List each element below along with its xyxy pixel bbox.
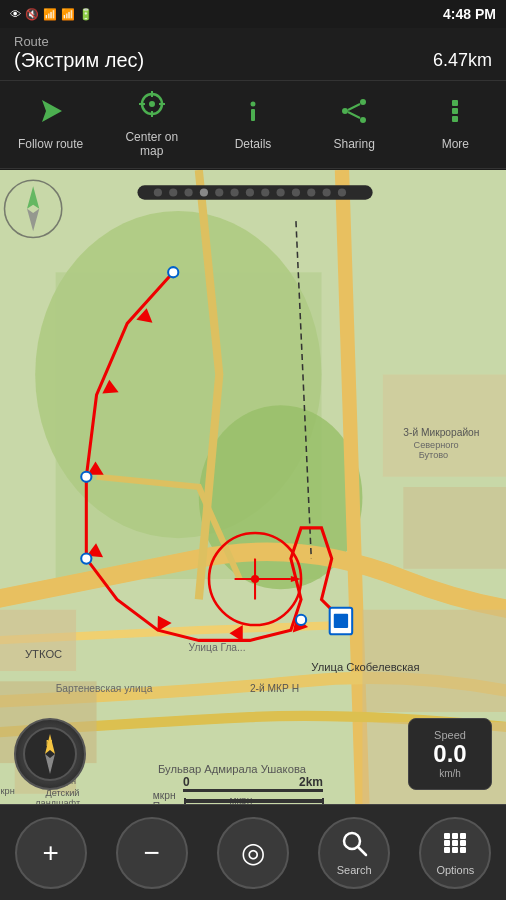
route-distance: 6.47km	[433, 50, 492, 71]
svg-point-10	[360, 99, 366, 105]
svg-line-13	[348, 112, 360, 118]
svg-point-42	[81, 553, 91, 563]
options-icon	[441, 829, 469, 862]
svg-text:Улица Скобелевская: Улица Скобелевская	[311, 661, 419, 673]
svg-point-76	[261, 188, 269, 196]
follow-route-label: Follow route	[18, 137, 83, 151]
svg-text:Бульвар Адмирала Ушакова: Бульвар Адмирала Ушакова	[158, 763, 307, 775]
route-name: (Экстрим лес)	[14, 49, 144, 72]
signal-icon: 📶	[61, 8, 75, 21]
svg-point-74	[231, 188, 239, 196]
scale-bar: 0 2km	[183, 775, 323, 792]
svg-rect-8	[251, 109, 255, 121]
svg-point-9	[342, 108, 348, 114]
speed-box: Speed 0.0 km/h	[408, 718, 492, 790]
toolbar-sharing[interactable]: Sharing	[314, 96, 394, 151]
details-label: Details	[235, 137, 272, 151]
compass[interactable]: N	[14, 718, 86, 790]
details-icon	[238, 96, 268, 133]
svg-text:N: N	[46, 738, 53, 748]
svg-point-71	[184, 188, 192, 196]
svg-text:2-й МКР Н: 2-й МКР Н	[250, 683, 299, 694]
svg-point-80	[323, 188, 331, 196]
scale-end: 2km	[299, 775, 323, 789]
svg-rect-102	[460, 847, 466, 853]
svg-point-40	[168, 267, 178, 277]
map-area[interactable]: УТКОС Бартеневская улица Улица Гла... 2-…	[0, 170, 506, 804]
svg-line-93	[358, 847, 366, 855]
toolbar: Follow route Center onmap Details	[0, 81, 506, 169]
center-on-map-label: Center onmap	[125, 130, 178, 158]
svg-text:Улица Гла...: Улица Гла...	[189, 642, 246, 653]
svg-rect-94	[444, 833, 450, 839]
svg-text:Бутово: Бутово	[419, 450, 449, 460]
svg-point-43	[296, 615, 306, 625]
toolbar-more[interactable]: More	[415, 96, 495, 151]
svg-point-11	[360, 117, 366, 123]
center-on-map-icon	[137, 89, 167, 126]
svg-text:3-й Микрорайон: 3-й Микрорайон	[403, 427, 479, 438]
svg-rect-21	[0, 610, 76, 671]
more-icon	[440, 96, 470, 133]
eye-icon: 👁	[10, 8, 21, 20]
follow-route-icon	[36, 96, 66, 133]
more-label: More	[442, 137, 469, 151]
svg-rect-99	[460, 840, 466, 846]
svg-point-7	[250, 102, 255, 107]
svg-text:Бартеневская улица: Бартеневская улица	[56, 683, 153, 694]
speed-value: 0.0	[433, 741, 466, 767]
svg-rect-101	[452, 847, 458, 853]
toolbar-follow-route[interactable]: Follow route	[11, 96, 91, 151]
svg-rect-25	[403, 487, 506, 569]
svg-marker-0	[42, 100, 62, 122]
wifi-icon: 📶	[43, 8, 57, 21]
scale-start: 0	[183, 775, 190, 789]
bottom-nav: + − ◎ Search	[0, 804, 506, 900]
toolbar-details[interactable]: Details	[213, 96, 293, 151]
zoom-in-button[interactable]: +	[15, 817, 87, 889]
zoom-out-button[interactable]: −	[116, 817, 188, 889]
minus-icon: −	[144, 839, 160, 867]
svg-point-81	[338, 188, 346, 196]
search-icon	[340, 829, 368, 862]
map-svg: УТКОС Бартеневская улица Улица Гла... 2-…	[0, 170, 506, 804]
svg-point-72	[200, 188, 208, 196]
svg-rect-14	[452, 100, 458, 106]
recenter-icon: ◎	[241, 839, 265, 867]
svg-rect-15	[452, 108, 458, 114]
svg-text:УТКОС: УТКОС	[25, 648, 62, 660]
svg-point-79	[307, 188, 315, 196]
svg-text:Северного: Северного	[414, 440, 459, 450]
svg-rect-98	[452, 840, 458, 846]
svg-point-70	[169, 188, 177, 196]
svg-point-2	[149, 101, 155, 107]
sharing-label: Sharing	[333, 137, 374, 151]
status-bar: 👁 🔇 📶 📶 🔋 4:48 PM	[0, 0, 506, 28]
svg-rect-16	[452, 116, 458, 122]
svg-point-77	[277, 188, 285, 196]
svg-rect-46	[334, 614, 348, 628]
svg-point-69	[154, 188, 162, 196]
svg-rect-100	[444, 847, 450, 853]
svg-rect-95	[452, 833, 458, 839]
search-button[interactable]: Search	[318, 817, 390, 889]
svg-point-73	[215, 188, 223, 196]
recenter-button[interactable]: ◎	[217, 817, 289, 889]
sharing-icon	[339, 96, 369, 133]
options-label: Options	[436, 864, 474, 876]
route-label: Route	[14, 34, 492, 49]
battery-icon: 🔋	[79, 8, 93, 21]
svg-point-41	[81, 472, 91, 482]
mute-icon: 🔇	[25, 8, 39, 21]
route-header: Route (Экстрим лес) 6.47km	[0, 28, 506, 81]
status-time: 4:48 PM	[443, 6, 496, 22]
options-button[interactable]: Options	[419, 817, 491, 889]
svg-point-78	[292, 188, 300, 196]
svg-rect-97	[444, 840, 450, 846]
search-label: Search	[337, 864, 372, 876]
plus-icon: +	[42, 839, 58, 867]
status-icons: 👁 🔇 📶 📶 🔋	[10, 8, 93, 21]
toolbar-center-on-map[interactable]: Center onmap	[112, 89, 192, 158]
svg-text:мкрн: мкрн	[0, 786, 15, 796]
scale-line	[183, 789, 323, 792]
